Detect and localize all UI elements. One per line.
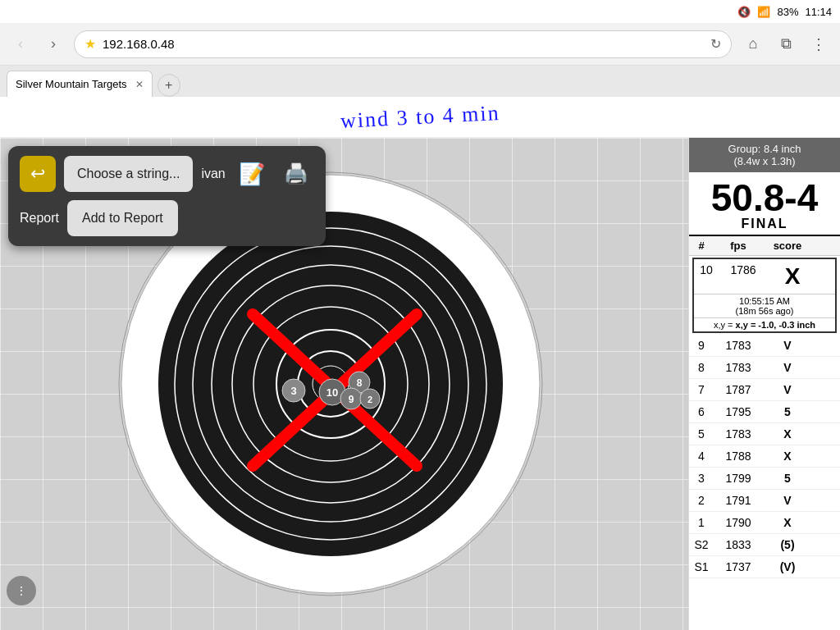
shot-num: S2 — [689, 534, 714, 555]
shot-row: 617955 — [689, 401, 840, 423]
menu-button[interactable]: ⋮ — [806, 31, 832, 57]
print-button[interactable]: 🖨️ — [278, 156, 314, 192]
shot-fps: 1790 — [714, 512, 763, 533]
shot-score: V — [763, 490, 812, 511]
active-tab[interactable]: Silver Mountain Targets ✕ — [7, 71, 153, 97]
new-tab-button[interactable]: + — [158, 74, 180, 97]
back-arrow-icon: ↩ — [30, 163, 45, 185]
address-bar[interactable]: ★ 192.168.0.48 ↻ — [74, 30, 732, 58]
shot-fps: 1795 — [714, 401, 763, 422]
forward-button[interactable]: › — [41, 32, 66, 57]
svg-text:10: 10 — [326, 386, 337, 399]
back-icon: ‹ — [18, 35, 23, 52]
choose-string-button[interactable]: Choose a string... — [64, 156, 193, 192]
status-bar: 🔇 📶 83% 11:14 — [0, 0, 840, 23]
wifi-icon: 📶 — [757, 6, 770, 18]
shot-row: 81783V — [689, 357, 840, 379]
main-content: 3 10 8 9 2 ⋮ ↩ — [0, 138, 840, 630]
side-panel: Group: 8.4 inch (8.4w x 1.3h) 50.8-4 FIN… — [688, 138, 840, 630]
shot-num: S1 — [689, 556, 714, 578]
shot-rows-container: 91783V81783V71787V61795551783X41788X3179… — [689, 335, 840, 578]
shot-score: X — [763, 512, 812, 533]
group-size-header: Group: 8.4 inch (8.4w x 1.3h) — [689, 138, 840, 172]
shot-fps: 1783 — [714, 357, 763, 378]
shot-num: 8 — [689, 357, 714, 378]
home-button[interactable]: ⌂ — [740, 31, 766, 57]
browser-chrome: ‹ › ★ 192.168.0.48 ↻ ⌂ ⧉ ⋮ — [0, 23, 840, 66]
shot-score: V — [763, 357, 812, 378]
user-label: ivan — [201, 167, 225, 181]
shot-score: (V) — [763, 556, 812, 578]
shot-num: 7 — [689, 379, 714, 400]
notepad-icon: 📝 — [239, 162, 265, 187]
shot-row: S11737(V) — [689, 556, 840, 578]
mute-icon: 🔇 — [737, 6, 751, 18]
report-label: Report — [20, 211, 59, 226]
shot-row: 91783V — [689, 335, 840, 357]
shot-fps: 1737 — [714, 556, 763, 578]
popup-back-button[interactable]: ↩ — [20, 156, 56, 192]
shot-num: 3 — [689, 468, 714, 489]
browser-actions: ⌂ ⧉ ⋮ — [740, 31, 832, 57]
svg-text:8: 8 — [356, 377, 362, 389]
highlighted-shot-block: 10 1786 X 10:55:15 AM (18m 56s ago) x,y … — [692, 258, 837, 333]
notepad-button[interactable]: 📝 — [234, 156, 270, 192]
shot-score: 5 — [763, 468, 812, 489]
shot-fps: 1833 — [714, 534, 763, 555]
tabs-button[interactable]: ⧉ — [773, 31, 799, 57]
shot-score: 5 — [763, 401, 812, 422]
shot-score: V — [763, 335, 812, 356]
url-text: 192.168.0.48 — [103, 37, 704, 51]
shot-fps: 1787 — [714, 379, 763, 400]
shot-num: 5 — [689, 423, 714, 445]
shot-num: 9 — [689, 335, 714, 356]
shot-fps: 1791 — [714, 490, 763, 511]
tab-bar: Silver Mountain Targets ✕ + — [0, 66, 840, 97]
col-num-header: # — [689, 236, 714, 255]
shot-num: 2 — [689, 490, 714, 511]
battery-level: 83% — [777, 6, 798, 18]
shot-fps: 1788 — [714, 445, 763, 467]
dot-menu-button[interactable]: ⋮ — [7, 576, 36, 605]
shot-score: X — [763, 423, 812, 445]
group-dimensions: (8.4w x 1.3h) — [733, 155, 795, 167]
popup-row1: ↩ Choose a string... ivan 📝 🖨️ — [20, 156, 314, 192]
shot-fps: 1783 — [714, 335, 763, 356]
score-display: 50.8-4 FINAL — [689, 172, 840, 236]
svg-text:3: 3 — [290, 385, 296, 397]
highlighted-shot-fps: 1786 — [719, 259, 768, 294]
shot-fps: 1783 — [714, 423, 763, 445]
shot-score: V — [763, 379, 812, 400]
table-header: # fps score — [689, 236, 840, 256]
back-button[interactable]: ‹ — [8, 32, 33, 57]
shot-row: 71787V — [689, 379, 840, 401]
svg-text:9: 9 — [348, 394, 354, 405]
bookmark-icon: ★ — [84, 36, 96, 52]
shot-row: 41788X — [689, 445, 840, 468]
shot-score: X — [763, 445, 812, 467]
shot-row: S21833(5) — [689, 534, 840, 556]
highlighted-shot-score: X — [768, 259, 817, 294]
shot-num: 1 — [689, 512, 714, 533]
col-score-header: score — [763, 236, 812, 255]
shot-num: 4 — [689, 445, 714, 467]
add-to-report-label: Add to Report — [82, 211, 163, 225]
current-time: 11:14 — [805, 6, 832, 18]
dot-menu-icon: ⋮ — [16, 584, 27, 597]
group-size-label: Group: 8.4 inch — [728, 143, 801, 155]
shot-row: 21791V — [689, 490, 840, 512]
tab-close-button[interactable]: ✕ — [135, 79, 144, 90]
col-fps-header: fps — [714, 236, 763, 255]
shot-row: 11790X — [689, 512, 840, 534]
annotation-bar: wind 3 to 4 min — [0, 97, 840, 138]
highlighted-shot-xy: x,y = x,y = -1.0, -0.3 inch — [694, 317, 835, 331]
handwriting-annotation: wind 3 to 4 min — [340, 100, 500, 133]
shot-row: 51783X — [689, 423, 840, 445]
highlighted-shot-row: 10 1786 X — [694, 259, 835, 294]
add-to-report-button[interactable]: Add to Report — [67, 200, 178, 236]
shot-fps: 1799 — [714, 468, 763, 489]
popup-overlay: ↩ Choose a string... ivan 📝 🖨️ Report Ad… — [8, 146, 326, 246]
popup-row2: Report Add to Report — [20, 200, 314, 236]
reload-button[interactable]: ↻ — [710, 36, 721, 52]
shot-num: 6 — [689, 401, 714, 422]
